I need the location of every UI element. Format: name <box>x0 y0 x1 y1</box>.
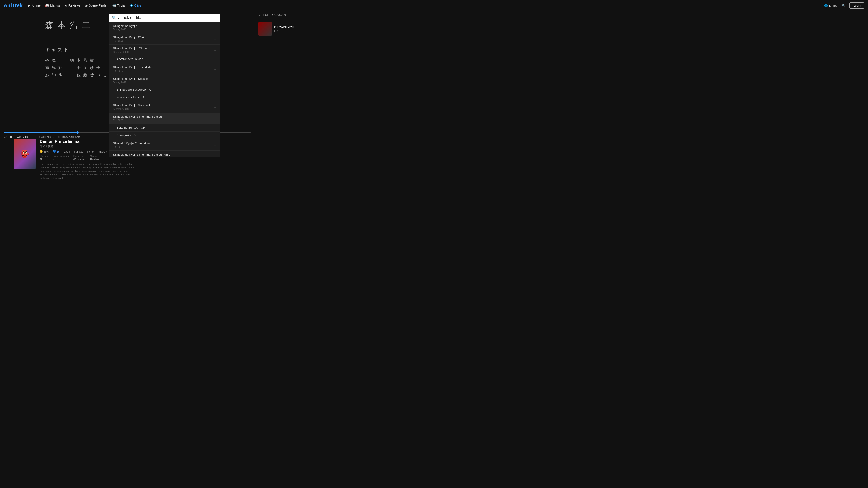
cast-actor-3: 佐 藤 せ つ じ <box>76 72 107 77</box>
tag-fantasy: Fantasy <box>74 150 83 153</box>
search-result-14[interactable]: Shingeki no Kyojin: The Final Season Par… <box>110 151 220 158</box>
trivia-icon: 🥽 <box>112 4 116 7</box>
nav-clips[interactable]: 💠 Clips <box>129 4 141 7</box>
search-input-icon: 🔍 <box>112 15 116 20</box>
brand-logo[interactable]: AniTrek <box>4 2 23 8</box>
chevron-icon-1: ⌄ <box>214 26 216 29</box>
search-result-7[interactable]: Shinzou wo Sasageyo! - OP <box>110 86 220 94</box>
anime-hearts: 💙 19 <box>53 150 59 153</box>
tag-ecchi: Ecchi <box>64 150 70 153</box>
star-icon: ★ <box>64 4 67 7</box>
cast-row-2: 雪 鬼 姫 千 葉 紗 子 <box>45 65 107 70</box>
search-result-10[interactable]: Shingeki no Kyojin: The Final Season Fal… <box>110 113 220 124</box>
cast-actor-1: 徳 本 恭 敏 <box>70 58 94 63</box>
search-result-12[interactable]: Shougeki - ED <box>110 132 220 139</box>
search-result-2[interactable]: Shingeki no Kyojin OVA Fall 2013 ⌄ <box>110 33 220 44</box>
cast-row-3: 妙 /エル 佐 藤 せ つ じ <box>45 72 107 77</box>
shuffle-button[interactable]: ⇄ <box>4 135 6 139</box>
navbar: AniTrek ▶ Anime 📖 Manga ★ Reviews ◉ Scen… <box>0 0 329 11</box>
nav-trivia[interactable]: 🥽 Trivia <box>112 4 125 7</box>
search-result-8[interactable]: Yuugure no Tori - ED <box>110 94 220 101</box>
search-result-5[interactable]: Shingeki no Kyojin: Lost Girls Fall 2017… <box>110 64 220 75</box>
chevron-icon-10: ⌄ <box>214 117 216 120</box>
nav-items: ▶ Anime 📖 Manga ★ Reviews ◉ Scene Finder… <box>28 4 141 7</box>
nav-reviews[interactable]: ★ Reviews <box>64 4 81 7</box>
pause-button[interactable]: ⏸ <box>9 135 13 139</box>
cast-role-1: 炎 魔 <box>45 58 57 63</box>
song-type-1: ED <box>274 30 294 32</box>
meta-status: Status Finished <box>90 155 100 161</box>
nav-manga[interactable]: 📖 Manga <box>45 4 60 7</box>
song-info-1: DECADENCE ED <box>274 26 294 32</box>
search-box-wrapper: 🔍 Shingeki no Kyojin Spring 2013 ⌄ Shing… <box>109 13 220 158</box>
meta-episodes: Total episodes 4 <box>53 155 69 161</box>
song-title-1: DECADENCE <box>274 26 294 29</box>
play-icon: ▶ <box>28 4 31 7</box>
chevron-icon-6: ⌄ <box>214 79 216 82</box>
jp-name-text: 森 本 浩 二 <box>45 20 91 31</box>
chevron-icon-3: ⌄ <box>214 48 216 52</box>
clips-icon: 💠 <box>129 4 133 7</box>
search-input-row: 🔍 <box>109 13 220 22</box>
search-result-9[interactable]: Shingeki no Kyojin Season 3 Summer 2018 … <box>110 101 220 113</box>
tag-mystery: Mystery <box>99 150 107 153</box>
song-item-1[interactable]: DECADENCE ED <box>255 20 329 38</box>
back-button[interactable]: ← <box>4 14 8 19</box>
search-result-11[interactable]: Boku no Sensou - OP <box>110 124 220 132</box>
chevron-icon-2: ⌄ <box>214 37 216 40</box>
related-songs-header: RELATED SONGS <box>255 11 329 20</box>
nav-anime[interactable]: ▶ Anime <box>28 4 41 7</box>
nav-scene-finder[interactable]: ◉ Scene Finder <box>85 4 107 7</box>
progress-fill <box>4 132 78 133</box>
search-result-3[interactable]: Shingeki no Kyojin: Chronicle Summer 202… <box>110 44 220 56</box>
meta-duration: Duration 40 minutes <box>73 155 86 161</box>
anime-rating: 😊 63% <box>40 150 49 153</box>
scene-icon: ◉ <box>85 4 88 7</box>
meta-country: Country JP <box>40 155 49 161</box>
tag-horror: Horror <box>88 150 94 153</box>
current-time: 04:89 / 132 <box>16 135 29 139</box>
chevron-icon-14: ⌄ <box>214 155 216 158</box>
book-icon: 📖 <box>45 4 49 7</box>
cast-actor-2: 千 葉 紗 子 <box>76 65 101 70</box>
search-dropdown: Shingeki no Kyojin Spring 2013 ⌄ Shingek… <box>109 22 220 158</box>
chevron-icon-5: ⌄ <box>214 68 216 71</box>
chevron-icon-9: ⌄ <box>214 105 216 109</box>
search-result-13[interactable]: Shingeki! Kyojin Chuugakkou Fall 2015 ⌄ <box>110 139 220 151</box>
cast-section: キャスト 炎 魔 徳 本 恭 敏 雪 鬼 姫 千 葉 紗 子 妙 /エル 佐 藤… <box>45 46 107 79</box>
cast-row-1: 炎 魔 徳 本 恭 敏 <box>45 58 107 63</box>
anime-thumb-character: 👺 <box>13 139 36 168</box>
search-result-4[interactable]: AOT2013-2019 - ED <box>110 56 220 64</box>
song-thumbnail-1 <box>258 22 272 36</box>
now-playing-info: DECADENCE · ED1 · Kikoushi Enma <box>35 135 81 139</box>
cast-role-2: 雪 鬼 姫 <box>45 65 63 70</box>
anime-thumbnail[interactable]: 👺 <box>13 139 36 168</box>
right-panel: RELATED SONGS DECADENCE ED <box>254 11 329 184</box>
chevron-icon-13: ⌄ <box>214 143 216 147</box>
search-result-6[interactable]: Shingeki no Kyojin Season 2 Spring 2017 … <box>110 75 220 86</box>
progress-handle <box>76 131 79 134</box>
cast-label: キャスト <box>45 46 107 53</box>
search-input[interactable] <box>118 15 217 20</box>
anime-description: Enma is a character created by the geniu… <box>40 162 138 180</box>
search-result-1[interactable]: Shingeki no Kyojin Spring 2013 ⌄ <box>110 22 220 33</box>
cast-role-3: 妙 /エル <box>45 72 63 77</box>
